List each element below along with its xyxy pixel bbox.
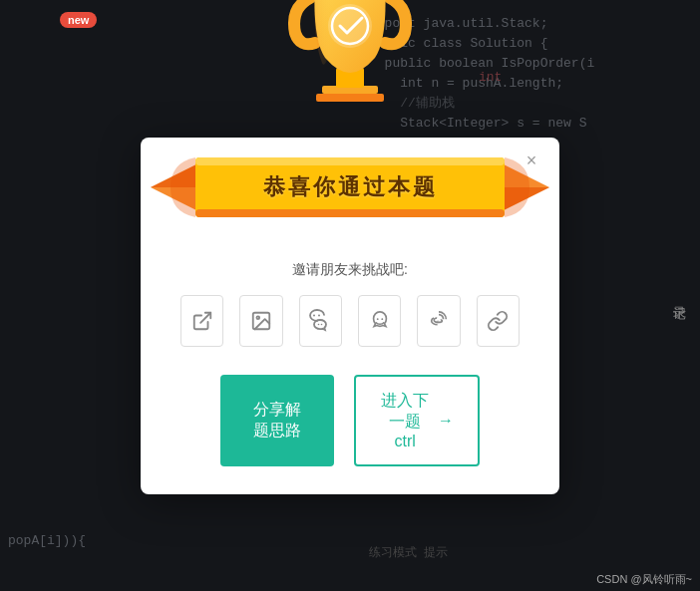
modal-container: × 恭喜你通过本题 xyxy=(141,98,559,494)
new-badge: new xyxy=(60,12,97,28)
watermark: CSDN @风铃听雨~ xyxy=(596,572,692,587)
svg-point-3 xyxy=(328,4,372,48)
next-problem-button[interactable]: 进入下一题 ctrl → xyxy=(354,375,480,466)
close-button[interactable]: × xyxy=(520,149,543,173)
share-icons-row xyxy=(180,295,520,347)
svg-rect-11 xyxy=(195,209,505,217)
ribbon-section: 恭喜你通过本题 xyxy=(141,138,559,237)
trophy-area xyxy=(280,0,420,122)
svg-rect-10 xyxy=(195,157,505,165)
svg-point-17 xyxy=(318,323,320,325)
share-solution-button[interactable]: 分享解题思路 xyxy=(220,375,334,466)
next-label: 进入下一题 ctrl xyxy=(380,391,430,450)
svg-point-18 xyxy=(321,323,323,325)
svg-point-19 xyxy=(376,318,378,320)
modal-title: 恭喜你通过本题 xyxy=(263,172,438,202)
svg-point-20 xyxy=(381,318,383,320)
svg-line-12 xyxy=(200,312,210,322)
svg-rect-1 xyxy=(316,94,384,102)
modal-dialog: × 恭喜你通过本题 xyxy=(141,138,559,494)
invite-label: 邀请朋友来挑战吧: xyxy=(180,261,520,279)
action-buttons: 分享解题思路 进入下一题 ctrl → xyxy=(180,375,520,466)
trophy-icon xyxy=(280,0,420,118)
svg-point-21 xyxy=(437,320,440,323)
svg-point-15 xyxy=(313,314,315,316)
invite-section: 邀请朋友来挑战吧: xyxy=(141,237,559,466)
share-link-button[interactable] xyxy=(477,295,520,347)
share-weibo-button[interactable] xyxy=(417,295,460,347)
share-image-button[interactable] xyxy=(239,295,282,347)
svg-point-16 xyxy=(318,314,320,316)
share-external-button[interactable] xyxy=(180,295,223,347)
svg-point-14 xyxy=(256,316,259,319)
next-arrow: → xyxy=(438,412,454,430)
share-wechat-button[interactable] xyxy=(299,295,342,347)
share-qq-button[interactable] xyxy=(358,295,401,347)
